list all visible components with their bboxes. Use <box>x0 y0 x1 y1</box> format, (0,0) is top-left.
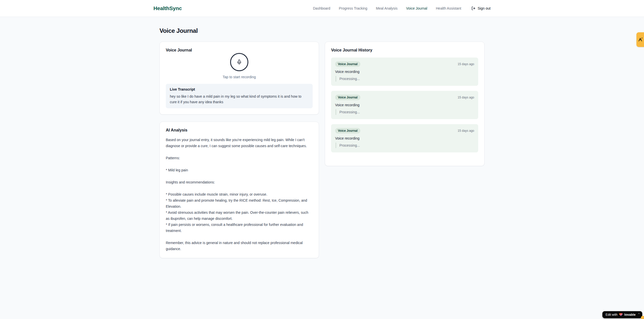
live-transcript-box: Live Transcript hey so like I do have a … <box>166 84 313 108</box>
live-transcript-text: hey so like I do have a mild pain in my … <box>170 94 309 105</box>
voice-recorder-card: Voice Journal Tap to start recording <box>159 42 319 115</box>
ai-analysis-body: Based on your journal entry, it sounds l… <box>166 137 313 252</box>
entry-status: Processing... <box>336 76 474 82</box>
ai-analysis-card: AI Analysis Based on your journal entry,… <box>159 122 319 258</box>
lovable-heart-icon <box>619 313 623 316</box>
page-title: Voice Journal <box>159 27 485 34</box>
entry-timestamp: 15 days ago <box>458 96 474 99</box>
top-nav-bar: HealthSync Dashboard Progress Tracking M… <box>0 0 644 17</box>
entry-type-badge: Voice Journal <box>335 95 360 100</box>
sign-out-label: Sign out <box>478 6 491 10</box>
nav-item-health-assistant[interactable]: Health Assistant <box>436 6 461 10</box>
entry-status: Processing... <box>336 109 474 115</box>
app-logo[interactable]: HealthSync <box>153 5 182 11</box>
badge-close-icon[interactable]: × <box>638 312 640 315</box>
nav-item-dashboard[interactable]: Dashboard <box>313 6 330 10</box>
entry-timestamp: 15 days ago <box>458 62 474 66</box>
microphone-icon <box>236 59 242 65</box>
entry-type-badge: Voice Journal <box>335 61 360 67</box>
history-entry[interactable]: Voice Journal 15 days ago Voice recordin… <box>331 124 478 152</box>
main-content: Voice Journal Voice Journal <box>159 27 485 258</box>
entry-status: Processing... <box>336 143 474 148</box>
entry-label: Voice recording <box>335 136 474 140</box>
tap-to-record-hint: Tap to start recording <box>223 75 256 79</box>
entry-type-badge: Voice Journal <box>335 128 360 134</box>
recorder-card-title: Voice Journal <box>166 48 313 52</box>
main-nav: Dashboard Progress Tracking Meal Analysi… <box>313 6 491 10</box>
nav-item-progress-tracking[interactable]: Progress Tracking <box>339 6 367 10</box>
lovable-brand-label: lovable <box>624 313 635 316</box>
voice-journal-history-card: Voice Journal History Voice Journal 15 d… <box>325 42 485 166</box>
entry-label: Voice recording <box>335 103 474 107</box>
edit-with-lovable-badge[interactable]: Edit with lovable × <box>602 311 642 318</box>
extension-logo-icon <box>638 37 643 42</box>
history-title: Voice Journal History <box>331 48 478 52</box>
sign-out-button[interactable]: Sign out <box>471 6 491 10</box>
entry-label: Voice recording <box>335 70 474 74</box>
lovable-prefix-label: Edit with <box>606 313 618 316</box>
nav-item-voice-journal[interactable]: Voice Journal <box>406 6 427 10</box>
history-entry[interactable]: Voice Journal 15 days ago Voice recordin… <box>331 58 478 86</box>
nav-item-meal-analysis[interactable]: Meal Analysis <box>376 6 398 10</box>
live-transcript-title: Live Transcript <box>170 87 309 91</box>
entry-timestamp: 15 days ago <box>458 129 474 132</box>
ai-analysis-title: AI Analysis <box>166 128 313 132</box>
history-list: Voice Journal 15 days ago Voice recordin… <box>331 58 478 152</box>
browser-extension-tab[interactable] <box>636 32 644 47</box>
history-entry[interactable]: Voice Journal 15 days ago Voice recordin… <box>331 91 478 119</box>
corner-floating-button[interactable] <box>641 316 644 319</box>
log-out-icon <box>471 6 475 10</box>
record-button[interactable] <box>230 53 248 71</box>
